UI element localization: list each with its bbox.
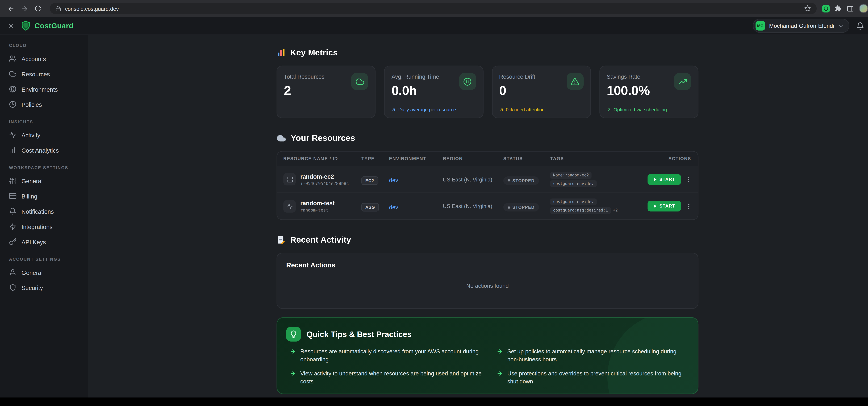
- users-icon: [9, 55, 16, 62]
- resources-table: RESOURCE NAME / ID TYPE ENVIRONMENT REGI…: [277, 151, 699, 220]
- trend-arrow-icon: [607, 107, 611, 112]
- trend-arrow-icon: [392, 107, 396, 112]
- credit-card-icon: [9, 192, 16, 199]
- tags: costguard-env:dev costguard:asg:desired:…: [550, 198, 639, 214]
- environment-link[interactable]: dev: [389, 204, 398, 210]
- type-badge: ASG: [362, 203, 379, 212]
- browser-forward-button[interactable]: [18, 2, 31, 15]
- lightbulb-icon: [286, 327, 301, 342]
- extra-tags-count[interactable]: +2: [613, 208, 618, 213]
- type-badge: EC2: [362, 176, 378, 185]
- sidebar-item-security[interactable]: Security: [6, 280, 82, 295]
- browser-toolbar: console.costguard.dev: [0, 0, 868, 17]
- screen: console.costguard.dev CostGuard MG Mocha…: [0, 0, 868, 406]
- tip-item: Set up policies to automatically manage …: [496, 348, 689, 364]
- sidebar-item-activity[interactable]: Activity: [6, 127, 82, 143]
- sidebar-item-cost-analytics[interactable]: Cost Analytics: [6, 143, 82, 158]
- address-bar[interactable]: console.costguard.dev: [50, 3, 817, 14]
- key-metrics-title: Key Metrics: [277, 48, 699, 58]
- arrow-right-icon: [496, 348, 503, 364]
- user-icon: [9, 269, 16, 276]
- user-avatar-badge: MG: [755, 21, 765, 30]
- status-dot-icon: [508, 179, 510, 182]
- sidebar-item-resources[interactable]: Resources: [6, 66, 82, 82]
- row-menu-icon[interactable]: [685, 176, 692, 183]
- recent-actions-card: Recent Actions No actions found: [277, 253, 699, 309]
- sidebar-item-policies[interactable]: Policies: [6, 97, 82, 112]
- arrow-right-icon: [289, 348, 296, 364]
- notifications-bell-icon[interactable]: [856, 22, 864, 30]
- shield-icon: [9, 284, 16, 291]
- bell-icon: [9, 208, 16, 215]
- user-menu[interactable]: MG Mochamad-Gufron-Efendi: [753, 19, 849, 33]
- side-panel-icon[interactable]: [847, 5, 854, 12]
- resource-name: random-test: [300, 199, 335, 206]
- metric-note: Optimized via scheduling: [607, 107, 667, 113]
- region: US East (N. Virginia): [443, 203, 503, 209]
- metric-card-savings-rate: Savings Rate 100.0% Optimized via schedu…: [599, 66, 699, 118]
- recent-actions-heading: Recent Actions: [286, 261, 689, 269]
- browser-profile-avatar[interactable]: [859, 4, 868, 13]
- costguard-extension-icon[interactable]: [823, 5, 830, 12]
- status-dot-icon: [508, 206, 510, 209]
- browser-reload-button[interactable]: [32, 2, 44, 15]
- quick-tips-card: Quick Tips & Best Practices Resources ar…: [277, 317, 699, 394]
- cloud-emoji-icon: [277, 133, 286, 143]
- your-resources-title: Your Resources: [277, 133, 699, 143]
- sidebar-item-api-keys[interactable]: API Keys: [6, 234, 82, 249]
- sidebar-item-environments[interactable]: Environments: [6, 82, 82, 97]
- sidebar-section-insights: INSIGHTS: [9, 119, 79, 124]
- site-info-icon[interactable]: [55, 6, 61, 11]
- sidebar: CLOUD Accounts Resources Environments Po…: [0, 35, 88, 398]
- tip-item: Use protections and overrides to prevent…: [496, 370, 689, 386]
- app-header: CostGuard MG Mochamad-Gufron-Efendi: [0, 17, 868, 35]
- table-row: random-test random-test ASG dev US East …: [277, 193, 698, 219]
- empty-state-text: No actions found: [286, 269, 689, 300]
- app-logo[interactable]: CostGuard: [20, 20, 73, 31]
- table-row: random-ec2 i-0546c95404e288b8c EC2 dev U…: [277, 166, 698, 193]
- recent-activity-title: Recent Activity: [277, 235, 699, 245]
- server-icon: [283, 173, 296, 185]
- brand-name: CostGuard: [35, 22, 73, 30]
- tip-item: View activity to understand when resourc…: [289, 370, 482, 386]
- main-content: Key Metrics Total Resources 2 Avg. Runni…: [88, 35, 868, 398]
- resource-id: i-0546c95404e288b8c: [300, 181, 349, 186]
- start-button[interactable]: START: [648, 201, 681, 212]
- sidebar-item-workspace-general[interactable]: General: [6, 173, 82, 188]
- bookmark-star-icon[interactable]: [804, 5, 811, 12]
- url-text: console.costguard.dev: [65, 5, 119, 12]
- extensions-puzzle-icon[interactable]: [835, 5, 841, 12]
- arrow-right-icon: [289, 370, 296, 386]
- cloud-icon: [351, 73, 368, 90]
- bottom-gap: [0, 398, 868, 406]
- row-menu-icon[interactable]: [685, 202, 692, 210]
- key-icon: [9, 238, 16, 245]
- metric-cards: Total Resources 2 Avg. Running Time 0.0h…: [277, 66, 699, 118]
- sidebar-item-accounts[interactable]: Accounts: [6, 51, 82, 66]
- chevron-down-icon: [838, 23, 844, 29]
- arrow-right-icon: [496, 370, 503, 386]
- sidebar-item-integrations[interactable]: Integrations: [6, 219, 82, 234]
- metric-card-avg-running-time: Avg. Running Time 0.0h Daily average per…: [384, 66, 483, 118]
- resource-name: random-ec2: [300, 173, 349, 180]
- metric-card-total-resources: Total Resources 2: [277, 66, 376, 118]
- pause-circle-icon: [459, 73, 476, 90]
- metric-note: 0% need attention: [499, 107, 545, 113]
- region: US East (N. Virginia): [443, 176, 503, 182]
- sidebar-item-notifications[interactable]: Notifications: [6, 204, 82, 219]
- metric-card-resource-drift: Resource Drift 0 0% need attention: [492, 66, 591, 118]
- browser-back-button[interactable]: [4, 2, 17, 15]
- globe-icon: [9, 86, 16, 93]
- sidebar-item-account-general[interactable]: General: [6, 264, 82, 280]
- table-header-row: RESOURCE NAME / ID TYPE ENVIRONMENT REGI…: [277, 152, 698, 166]
- sidebar-item-billing[interactable]: Billing: [6, 188, 82, 204]
- bar-chart-icon: [9, 146, 16, 154]
- zap-icon: [9, 223, 16, 230]
- activity-icon: [283, 200, 296, 212]
- environment-link[interactable]: dev: [389, 177, 398, 183]
- cloud-icon: [9, 70, 16, 77]
- trending-up-icon: [674, 73, 691, 90]
- start-button[interactable]: START: [648, 174, 681, 185]
- close-icon[interactable]: [8, 22, 15, 29]
- clock-icon: [9, 101, 16, 108]
